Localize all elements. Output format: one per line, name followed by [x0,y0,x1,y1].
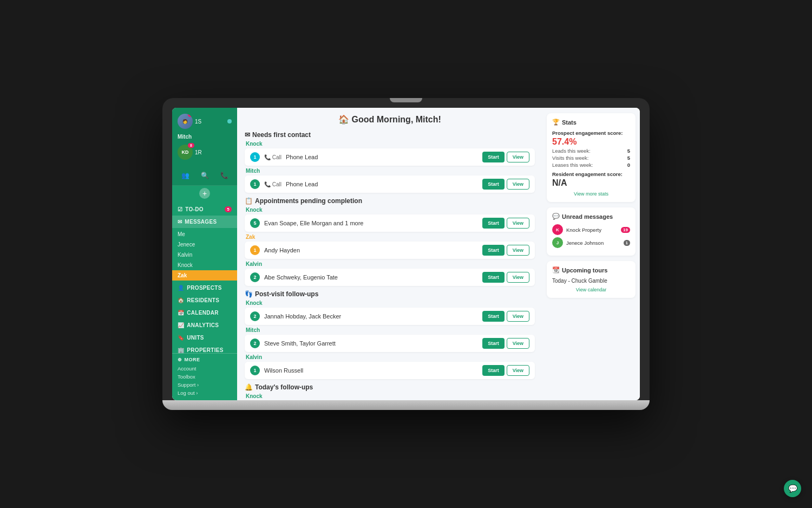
start-button[interactable]: Start [482,218,505,229]
upcoming-tours-title-text: Upcoming tours [562,267,607,273]
view-button[interactable]: View [507,311,529,322]
section-post-visit: 👣 Post-visit follow-ups Knock 2 Jannah H… [245,290,535,379]
nav-prospects[interactable]: 👤 PROSPECTS [172,282,237,294]
view-button[interactable]: View [507,365,529,376]
task-type: 📞 Call [264,181,281,187]
team-icon[interactable]: 👥 [179,169,192,182]
right-panel: 🏆 Stats Prospect engagement score: 57.4%… [542,108,640,400]
stats-icon: 🏆 [552,119,560,126]
task-row: 2 Jannah Hobday, Jack Becker Start View [245,308,535,325]
agent-row-mitch[interactable]: 🧑 4 1S [175,112,234,131]
appointments-icon: 📋 [245,197,253,205]
resident-engagement-label: Resident engagement score: [552,171,630,177]
msg-avatar-jenece: J [552,237,563,248]
task-row: 2 Steve Smith, Taylor Garrett Start View [245,335,535,352]
task-name: Andy Hayden [264,247,478,253]
section-title-needs-first-contact: ✉ Needs first contact [245,131,535,139]
more-section: ⊕ MORE Account Toolbox Support › Log out… [172,353,237,400]
visits-row: Visits this week: 5 [552,155,630,161]
task-name: Steve Smith, Taylor Garrett [264,340,478,347]
unread-messages-title-text: Unread messages [562,213,613,220]
view-button[interactable]: View [507,179,529,190]
more-label[interactable]: ⊕ MORE [178,357,232,362]
agent-badge-kd: 8 [188,143,194,148]
search-icon[interactable]: 🔍 [198,169,211,182]
task-count: 1 [250,152,260,162]
nav-properties[interactable]: 🏢 PROPERTIES [172,344,237,353]
stats-card: 🏆 Stats Prospect engagement score: 57.4%… [547,113,636,202]
post-visit-icon: 👣 [245,290,253,298]
phone-icon[interactable]: 📞 [218,169,231,182]
sidebar-agents-top: 🧑 4 1S Mitch KD 8 1R [172,108,237,166]
agent-tag-knock-4: Knock [245,393,535,399]
agent-tag-zak: Zak [245,234,535,240]
nav-residents[interactable]: 🏠 RESIDENTS [172,294,237,307]
more-links: Account Toolbox Support › Log out › [178,364,232,397]
nav-messages-label: MESSAGES [185,219,217,225]
agent-badge-mitch: 4 [188,114,193,117]
agent-tag-kalvin-1: Kalvin [245,261,535,267]
task-actions: Start View [482,245,529,256]
view-button[interactable]: View [507,272,529,283]
more-text: MORE [185,357,200,362]
msg-row-knock: K Knock Property 19 [552,224,630,235]
page-title: 🏠 Good Morning, Mitch! [245,114,535,125]
more-logout[interactable]: Log out › [178,389,232,397]
nav-todo[interactable]: ☑ TO-DO 5 [172,203,237,216]
task-row: 5 Evan Soape, Elle Morgan and 1 more Sta… [245,214,535,232]
task-count: 5 [250,218,260,228]
nav-analytics[interactable]: 📈 ANALYTICS [172,319,237,331]
start-button[interactable]: Start [482,272,505,283]
agent-label-1s: 1S [195,119,201,125]
messages-icon: ✉ [178,219,182,225]
section-needs-first-contact: ✉ Needs first contact Knock 1 📞 Call Pho… [245,131,535,193]
start-button[interactable]: Start [482,179,505,190]
agent-list-me[interactable]: Me [172,229,237,239]
nav-calendar[interactable]: 📅 CALENDAR [172,307,237,319]
agent-tag-mitch-1: Mitch [245,168,535,174]
view-button[interactable]: View [507,218,529,229]
nav-units[interactable]: 🔖 UNITS [172,331,237,344]
start-button[interactable]: Start [482,245,505,256]
agent-tag-knock-2: Knock [245,207,535,213]
agent-list-zak[interactable]: Zak [172,270,237,281]
start-button[interactable]: Start [482,338,505,349]
agent-tag-kalvin-2: Kalvin [245,354,535,360]
task-row: 1 Wilson Russell Start View [245,362,535,379]
msg-count-knock: 19 [621,227,630,233]
stats-title: 🏆 Stats [552,119,630,126]
more-toolbox[interactable]: Toolbox [178,373,232,381]
start-button[interactable]: Start [482,152,505,162]
todo-icon: ☑ [178,206,182,212]
agent-tag-knock-3: Knock [245,300,535,306]
nav-todo-label: TO-DO [185,206,204,212]
more-account[interactable]: Account [178,364,232,373]
more-support[interactable]: Support › [178,381,232,389]
view-button[interactable]: View [507,152,529,162]
prospects-icon: 👤 [178,285,184,291]
nav-units-label: UNITS [187,335,204,341]
resident-engagement-value: N/A [552,178,630,188]
start-button[interactable]: Start [482,365,505,376]
agent-list-jenece[interactable]: Jenece [172,239,237,250]
agent-list-kalvin[interactable]: Kalvin [172,250,237,260]
view-button[interactable]: View [507,245,529,256]
agent-row-kd[interactable]: KD 8 1R [175,143,234,161]
msg-count-jenece: 1 [624,240,630,246]
start-button[interactable]: Start [482,311,505,322]
needs-first-contact-icon: ✉ [245,131,250,139]
laptop-base [162,400,650,410]
agent-avatar-kd: KD 8 [178,145,193,160]
view-more-stats-link[interactable]: View more stats [552,191,630,197]
main-content: 🏠 Good Morning, Mitch! ✉ Needs first con… [237,108,542,400]
nav-prospects-label: PROSPECTS [187,285,221,291]
view-button[interactable]: View [507,338,529,349]
view-calendar-link[interactable]: View calendar [552,287,630,292]
stats-title-text: Stats [562,119,577,126]
task-count: 2 [250,311,260,321]
add-button[interactable]: + [199,188,210,199]
tour-item: Today - Chuck Gamble [552,278,630,284]
nav-messages[interactable]: ✉ MESSAGES [172,216,237,228]
agent-list-knock[interactable]: Knock [172,260,237,270]
task-count: 1 [250,245,260,255]
